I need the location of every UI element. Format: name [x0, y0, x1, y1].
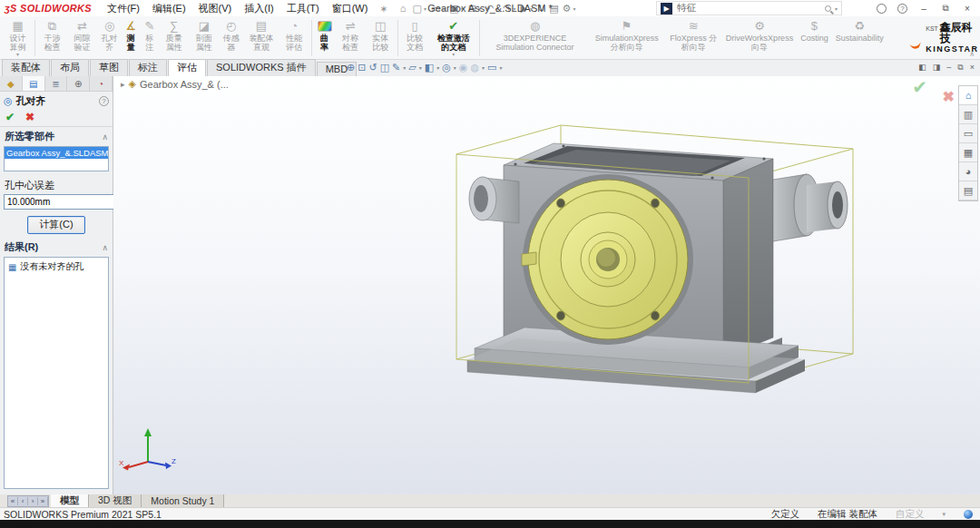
minimize-button[interactable]: – — [913, 4, 935, 14]
ribbon-button-symmetry-check[interactable]: ⇌ 对称检查 — [336, 17, 366, 59]
deviation-input[interactable] — [4, 194, 131, 210]
confirmation-corner-cancel[interactable]: ✖ — [943, 88, 955, 105]
ribbon-button-mass-properties[interactable]: ∑ 质量属性 — [159, 17, 189, 59]
ok-button[interactable]: ✔ — [5, 111, 15, 123]
appearances-icon[interactable]: ◕ — [959, 162, 977, 181]
status-dropdown-icon[interactable]: ▾ — [942, 511, 946, 518]
search-icon[interactable] — [825, 5, 831, 12]
help-icon[interactable]: ? — [99, 96, 109, 106]
open-file-icon[interactable]: ▭ — [429, 3, 442, 15]
search-box[interactable]: ▶ 特征 ▾ — [656, 1, 842, 15]
menu-edit[interactable]: 编辑(E) — [146, 2, 192, 15]
ribbon-button-clearance-verification[interactable]: ⇄ 间隙验证 — [67, 17, 97, 59]
tab-motion-study[interactable]: Motion Study 1 — [142, 494, 224, 507]
results-list[interactable]: ▦ 没有未对齐的孔 — [4, 257, 109, 489]
ribbon-button-floxpress-wizard[interactable]: ≋ FloXpress 分析向导 — [665, 17, 722, 59]
result-item[interactable]: ▦ 没有未对齐的孔 — [5, 258, 108, 276]
pane-right-icon[interactable]: ◨ — [933, 63, 941, 73]
tab-sketch[interactable]: 草图 — [90, 59, 128, 76]
sketch-visibility-icon[interactable]: ✎ — [392, 62, 400, 73]
zoom-area-icon[interactable]: ⊡ — [358, 62, 366, 73]
breadcrumb[interactable]: ▸ ◈ Gearbox Assy_& (... — [121, 78, 229, 90]
ribbon-button-sustainability[interactable]: ♻ Sustainability — [832, 17, 887, 59]
pin-menu-icon[interactable]: ∗ — [374, 4, 392, 14]
view-palette-icon[interactable]: ▦ — [959, 143, 977, 162]
section-view-icon[interactable]: ◫ — [380, 62, 389, 73]
collapse-icon[interactable]: ∧ — [102, 243, 108, 252]
last-tab-icon[interactable]: » — [38, 497, 48, 505]
cancel-button[interactable]: ✖ — [25, 111, 34, 123]
restore-button[interactable]: ⧉ — [935, 3, 956, 14]
next-tab-icon[interactable]: › — [28, 497, 38, 505]
tab-model[interactable]: 模型 — [51, 494, 89, 507]
display-manager-tab[interactable]: ◔ — [90, 76, 113, 91]
selected-components-header[interactable]: 所选零部件 ∧ — [0, 127, 113, 145]
menu-file[interactable]: 文件(F) — [101, 2, 146, 15]
feature-manager-tab[interactable]: ◆ — [0, 76, 23, 91]
ribbon-button-driveworksxpress-wizard[interactable]: ⚙ DriveWorksXpress 向导 — [722, 17, 797, 59]
file-properties-icon[interactable]: ▤ — [547, 3, 560, 15]
custom-label[interactable]: 自定义 — [896, 508, 925, 521]
tab-assembly[interactable]: 装配体 — [2, 59, 50, 76]
expand-icon[interactable]: ▸ — [121, 80, 125, 89]
configuration-manager-tab[interactable]: ≣ — [45, 76, 68, 91]
prev-tab-icon[interactable]: ‹ — [18, 497, 28, 505]
previous-view-icon[interactable]: ↺ — [368, 62, 377, 73]
minimize-window-icon[interactable]: – — [946, 63, 951, 73]
edit-appearance-icon[interactable]: ◉ — [459, 62, 468, 73]
gearbox-3d-model[interactable] — [113, 76, 980, 494]
confirmation-corner-ok[interactable]: ✔ — [912, 76, 927, 98]
ribbon-button-3dexperience-simulation-connector[interactable]: ◍ 3DEXPERIENCE Simulation Connector — [481, 17, 588, 59]
design-library-icon[interactable]: ▥ — [959, 105, 977, 124]
ribbon-button-markup[interactable]: ✎ 标注 — [141, 17, 160, 59]
tab-layout[interactable]: 布局 — [51, 59, 89, 76]
menu-window[interactable]: 窗口(W) — [326, 2, 375, 15]
display-style-icon[interactable]: ◧ — [425, 62, 434, 73]
file-explorer-icon[interactable]: ▭ — [959, 124, 977, 143]
dimxpert-manager-tab[interactable]: ⊕ — [67, 76, 90, 91]
close-button[interactable]: × — [956, 4, 978, 14]
print-icon[interactable]: ⊟ — [466, 3, 478, 15]
select-icon[interactable]: ▶ — [518, 3, 529, 15]
ribbon-button-simulationxpress-wizard[interactable]: ⚑ SimulationXpress 分析向导 — [589, 17, 665, 59]
resources-home-icon[interactable]: ⌂ — [959, 86, 977, 105]
ribbon-button-design-study[interactable]: ▦ 设计算例 ▾ — [3, 17, 33, 59]
menu-tools[interactable]: 工具(T) — [280, 2, 326, 15]
collapse-icon[interactable]: ∧ — [102, 132, 108, 142]
ribbon-button-curvature[interactable]: 曲率 — [314, 17, 336, 59]
first-tab-icon[interactable]: « — [8, 497, 18, 505]
menu-view[interactable]: 视图(V) — [192, 2, 239, 15]
ribbon-button-assembly-visualization[interactable]: ▤ 装配体直观 — [243, 17, 279, 59]
search-dropdown-icon[interactable]: ▾ — [835, 5, 838, 12]
tab-solidworks-addins[interactable]: SOLIDWORKS 插件 — [207, 59, 316, 76]
redo-icon[interactable]: ↷ — [501, 3, 513, 15]
view-orientation-icon[interactable]: ▱ — [408, 62, 416, 73]
search-input[interactable]: 特征 — [677, 2, 825, 15]
tab-3d-views[interactable]: 3D 视图 — [89, 494, 142, 507]
ribbon-button-check-active-document[interactable]: ✔ 检查激活的文档 ▾ — [430, 17, 477, 59]
ribbon-collapse-icon[interactable]: ∧ — [969, 50, 975, 58]
undo-icon[interactable]: ↶ — [484, 3, 495, 15]
ribbon-button-measure[interactable]: ∡ 测量 — [122, 17, 141, 59]
tab-markup[interactable]: 标注 — [129, 59, 167, 76]
home-icon[interactable]: ⌂ — [398, 3, 408, 14]
login-icon[interactable] — [877, 4, 887, 14]
ribbon-button-costing[interactable]: $ Costing — [797, 17, 832, 59]
close-window-icon[interactable]: × — [970, 63, 975, 73]
save-icon[interactable]: ▣ — [447, 3, 460, 15]
help-icon[interactable]: ? — [897, 4, 907, 14]
rebuild-icon[interactable]: ↻ — [535, 3, 547, 15]
menu-insert[interactable]: 插入(I) — [238, 2, 279, 15]
list-item[interactable]: Gearbox Assy_&.SLDASM — [5, 147, 108, 159]
ribbon-button-performance-evaluation[interactable]: ◔ 性能评估 — [279, 17, 309, 59]
property-manager-tab[interactable]: ▤ — [23, 76, 45, 91]
selected-components-list[interactable]: Gearbox Assy_&.SLDASM — [4, 146, 109, 171]
ribbon-button-compare-documents[interactable]: ▯ 比较文档 — [400, 17, 430, 59]
graphics-viewport[interactable]: ▸ ◈ Gearbox Assy_& (... ✔ ✖ ⌂ ▥ ▭ ▦ ◕ ▤ — [113, 76, 980, 494]
view-settings-icon[interactable]: ▭ — [487, 62, 496, 73]
ribbon-button-compare-bodies[interactable]: ◫ 实体比较 — [366, 17, 396, 59]
calculate-button[interactable]: 计算(C) — [27, 216, 84, 234]
ribbon-button-sensor[interactable]: ◴ 传感器 — [219, 17, 243, 59]
restore-window-icon[interactable]: ⧉ — [957, 63, 963, 73]
zoom-fit-icon[interactable]: ⊕ — [347, 62, 355, 73]
